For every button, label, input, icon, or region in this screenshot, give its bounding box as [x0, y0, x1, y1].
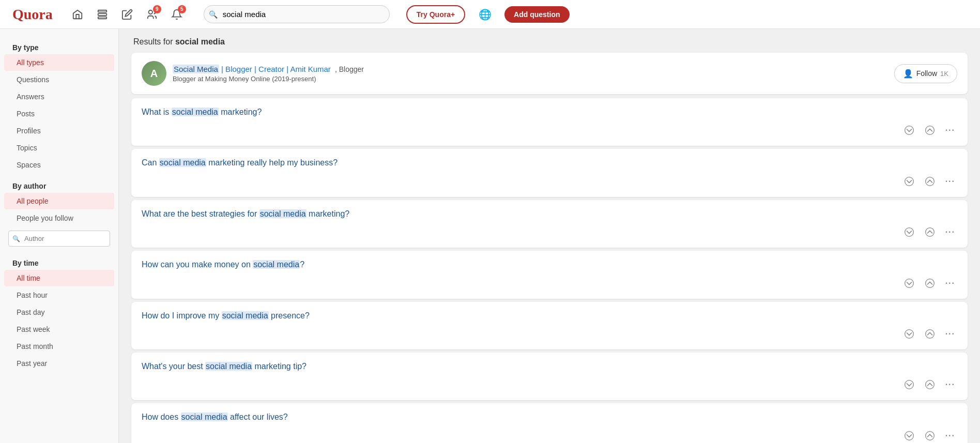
filter-past-hour[interactable]: Past hour — [4, 287, 114, 303]
filter-questions[interactable]: Questions — [4, 71, 114, 88]
svg-point-9 — [925, 228, 934, 237]
question-card-6: What's your best social media marketing … — [131, 353, 968, 400]
upvote-button-7[interactable] — [923, 429, 937, 443]
svg-point-3 — [148, 10, 152, 13]
follow-button[interactable]: 👤 Follow 1K — [894, 64, 957, 83]
add-question-button[interactable]: Add question — [504, 6, 569, 23]
feed-nav-button[interactable] — [92, 4, 113, 25]
svg-point-4 — [905, 126, 913, 135]
follow-count: 1K — [940, 70, 948, 78]
profile-subtitle: Blogger at Making Money Online (2019-pre… — [173, 75, 364, 83]
author-search-wrapper: 🔍 — [8, 231, 110, 247]
question-link-3[interactable]: What are the best strategies for social … — [142, 208, 957, 220]
more-button-7[interactable]: ··· — [943, 429, 957, 442]
filter-profiles[interactable]: Profiles — [4, 123, 114, 139]
downvote-button-2[interactable] — [902, 174, 916, 189]
filter-people-you-follow[interactable]: People you follow — [4, 210, 114, 226]
notifications-nav-button[interactable]: 5 — [166, 4, 187, 25]
upvote-button-2[interactable] — [923, 174, 937, 189]
more-button-4[interactable]: ··· — [943, 277, 957, 290]
downvote-button-3[interactable] — [902, 225, 916, 239]
svg-point-15 — [925, 380, 934, 389]
question-card-2: Can social media marketing really help m… — [131, 149, 968, 196]
filter-spaces[interactable]: Spaces — [4, 157, 114, 173]
follow-icon: 👤 — [903, 69, 913, 79]
downvote-button-5[interactable] — [902, 327, 916, 341]
question-actions-5: ··· — [142, 327, 957, 341]
question-actions-2: ··· — [142, 174, 957, 189]
downvote-button-4[interactable] — [902, 276, 916, 291]
profile-blogger-tag: , Blogger — [335, 65, 364, 73]
svg-point-7 — [925, 177, 934, 186]
question-actions-4: ··· — [142, 276, 957, 291]
question-card-5: How do I improve my social media presenc… — [131, 302, 968, 349]
downvote-button-1[interactable] — [902, 123, 916, 138]
filter-past-week[interactable]: Past week — [4, 321, 114, 338]
filter-topics[interactable]: Topics — [4, 140, 114, 156]
question-link-4[interactable]: How can you make money on social media? — [142, 259, 957, 270]
more-button-3[interactable]: ··· — [943, 225, 957, 239]
community-nav-button[interactable]: 9 — [142, 4, 162, 25]
results-header: Results for social media — [131, 37, 968, 47]
filter-all-types[interactable]: All types — [4, 54, 114, 71]
question-card-1: What is social media marketing? ··· — [131, 98, 968, 146]
profile-name-rest: | Blogger | Creator | Amit Kumar — [219, 65, 331, 73]
question-link-5[interactable]: How do I improve my social media presenc… — [142, 310, 957, 322]
upvote-button-4[interactable] — [923, 276, 937, 291]
svg-point-11 — [925, 279, 934, 287]
question-link-1[interactable]: What is social media marketing? — [142, 106, 957, 118]
search-input[interactable] — [204, 5, 390, 23]
avatar: A — [142, 61, 166, 86]
nav-icons: 9 5 — [67, 4, 187, 25]
svg-point-5 — [925, 126, 934, 135]
downvote-button-6[interactable] — [902, 377, 916, 392]
upvote-button-6[interactable] — [923, 377, 937, 392]
language-button[interactable]: 🌐 — [476, 5, 494, 24]
follow-label: Follow — [916, 69, 937, 78]
highlight-4: social media — [253, 260, 300, 269]
home-nav-button[interactable] — [67, 4, 88, 25]
question-link-7[interactable]: How does social media affect our lives? — [142, 411, 957, 423]
svg-point-16 — [905, 431, 913, 440]
svg-point-13 — [925, 330, 934, 339]
write-nav-button[interactable] — [117, 4, 137, 25]
downvote-button-7[interactable] — [902, 429, 916, 443]
upvote-button-5[interactable] — [923, 327, 937, 341]
profile-name: Social Media | Blogger | Creator | Amit … — [173, 65, 364, 74]
search-query: social media — [175, 37, 225, 46]
question-link-2[interactable]: Can social media marketing really help m… — [142, 157, 957, 169]
upvote-button-1[interactable] — [923, 123, 937, 138]
filter-past-day[interactable]: Past day — [4, 304, 114, 320]
filter-past-month[interactable]: Past month — [4, 338, 114, 355]
author-search-input[interactable] — [8, 231, 110, 247]
filter-all-time[interactable]: All time — [4, 270, 114, 286]
profile-card: A Social Media | Blogger | Creator | Ami… — [131, 53, 968, 94]
more-button-6[interactable]: ··· — [943, 378, 957, 391]
main-layout: By type All types Questions Answers Post… — [0, 29, 980, 443]
profile-info: A Social Media | Blogger | Creator | Ami… — [142, 61, 364, 86]
highlight-6: social media — [205, 362, 252, 371]
question-actions-1: ··· — [142, 123, 957, 138]
quora-logo[interactable]: Quora — [12, 6, 53, 23]
profile-name-link[interactable]: Social Media | Blogger | Creator | Amit … — [173, 65, 333, 73]
by-type-title: By type — [0, 39, 118, 54]
question-card-4: How can you make money on social media? … — [131, 251, 968, 298]
question-link-6[interactable]: What's your best social media marketing … — [142, 361, 957, 372]
more-button-5[interactable]: ··· — [943, 327, 957, 341]
filter-past-year[interactable]: Past year — [4, 355, 114, 372]
svg-point-14 — [905, 380, 913, 389]
filter-all-people[interactable]: All people — [4, 193, 114, 209]
more-button-2[interactable]: ··· — [943, 175, 957, 188]
profile-text: Social Media | Blogger | Creator | Amit … — [173, 65, 364, 83]
more-button-1[interactable]: ··· — [943, 124, 957, 137]
filter-posts[interactable]: Posts — [4, 105, 114, 122]
question-actions-6: ··· — [142, 377, 957, 392]
upvote-button-3[interactable] — [923, 225, 937, 239]
try-plus-button[interactable]: Try Quora+ — [406, 5, 465, 24]
svg-rect-2 — [98, 17, 107, 19]
highlight-2: social media — [159, 158, 206, 167]
notifications-badge: 5 — [178, 5, 186, 13]
author-search-icon: 🔍 — [12, 235, 20, 242]
by-author-title: By author — [0, 178, 118, 192]
filter-answers[interactable]: Answers — [4, 88, 114, 105]
